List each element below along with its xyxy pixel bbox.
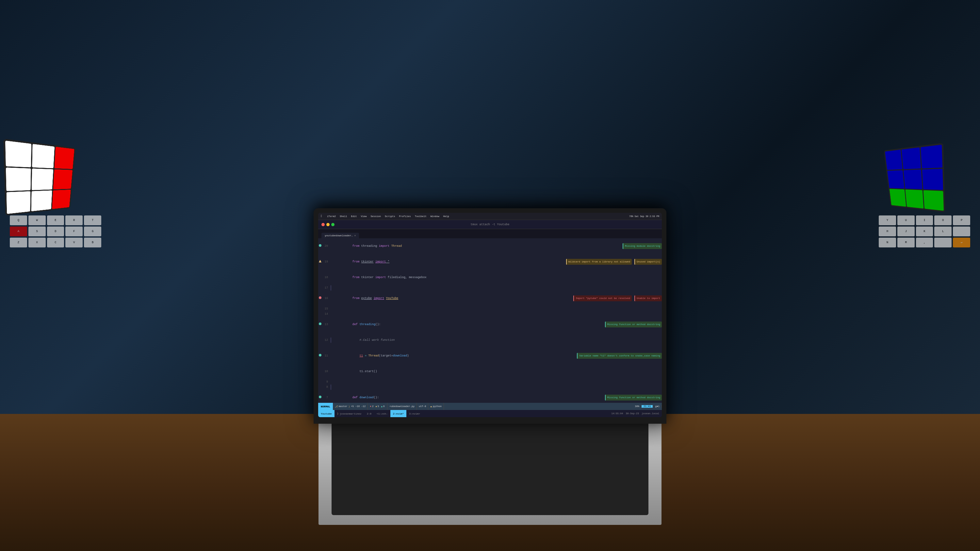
statusbar: NORMAL ⎇ master ⟩ +5 ~16 -12 ● 2 ▲ 5 ◆ 6… bbox=[318, 403, 662, 410]
warning-icon: ▲ bbox=[375, 405, 377, 408]
code-line-12: 12 #.Call work function bbox=[318, 332, 662, 348]
tmux-2-0-label: 2:0 bbox=[367, 412, 371, 415]
window-title: tmux attach -t Youtube bbox=[471, 223, 510, 226]
menu-help[interactable]: Help bbox=[442, 215, 450, 218]
status-cursor: 21:41 bbox=[641, 405, 653, 408]
code-line-18: 18 from tkinter import filedialog, messa… bbox=[318, 270, 662, 285]
code-line-11: 11 t1 = Thread(target=download) Variable… bbox=[318, 348, 662, 364]
tab-close-icon[interactable]: ✕ bbox=[354, 234, 356, 237]
maximize-button[interactable] bbox=[331, 223, 334, 226]
line-code: def download(): bbox=[330, 390, 602, 403]
tmux-tab-nvim-3[interactable]: 3:nvim> bbox=[406, 410, 423, 417]
close-button[interactable] bbox=[321, 223, 325, 226]
code-line-14: 14 bbox=[318, 311, 662, 317]
rubiks-cube-left: Q W E R T A S D F G Z X C V B bbox=[10, 147, 101, 310]
hint-badge-extra: Unused import(s) bbox=[635, 259, 662, 265]
line-number: 7 bbox=[318, 395, 330, 400]
tab-bar: youtubedownloader… ✕ bbox=[318, 229, 662, 238]
warning-count: 5 bbox=[378, 405, 379, 408]
menu-edit[interactable]: Edit bbox=[350, 215, 358, 218]
tmux-right-info: 14:55:04 30-Sep-23 josean.local bbox=[611, 412, 662, 415]
line-number: 18 bbox=[318, 275, 330, 280]
hint-icon: ◆ bbox=[381, 405, 382, 408]
git-branch: master bbox=[339, 405, 348, 408]
tmux-tab-nvim-active[interactable]: 2:nvim* bbox=[390, 410, 407, 417]
code-line-10: 10 t1.start() bbox=[318, 364, 662, 379]
hint-badge: Missing function or method docstring bbox=[605, 395, 662, 400]
line-number: 19 bbox=[318, 259, 330, 264]
tmux-date: 30-Sep-23 bbox=[625, 412, 639, 415]
error-count: 2 bbox=[372, 405, 374, 408]
line-number: 16 bbox=[318, 296, 330, 301]
line-code: t1 = Thread(target=download) bbox=[330, 348, 574, 364]
code-line-13: 13 def threading(): Missing function or … bbox=[318, 317, 662, 332]
cursor-pos: 21:41 bbox=[644, 405, 651, 408]
line-number: 8 bbox=[318, 384, 330, 390]
status-errors: ● 2 ▲ 5 ◆ 6 bbox=[368, 403, 387, 410]
tmux-tab-2-0[interactable]: 2:0 bbox=[364, 410, 374, 417]
tmux-tab-youtube[interactable]: Youtube bbox=[318, 410, 334, 417]
menubar-date: Sat Sep 30 bbox=[635, 215, 648, 218]
menu-scripts[interactable]: Scripts bbox=[384, 215, 396, 218]
code-line-19: 19 from tkinter import * Wildcard import… bbox=[318, 254, 662, 270]
line-code: #.Call work function bbox=[330, 332, 662, 348]
status-mode: NORMAL bbox=[318, 403, 333, 410]
tab-label: youtubedownloader… bbox=[325, 234, 353, 237]
menu-session[interactable]: Session bbox=[370, 215, 382, 218]
tmux-tab-josean[interactable]: ⟩ joseanmartinez bbox=[334, 410, 364, 417]
tmux-zsh-label: <1:zsh– bbox=[377, 412, 388, 415]
code-line-9: 9 bbox=[318, 379, 662, 384]
menu-profiles[interactable]: Profiles bbox=[398, 215, 412, 218]
line-number: 12 bbox=[318, 338, 330, 343]
code-line-15: 15 bbox=[318, 306, 662, 311]
code-content: 20 from threading import Thread Missing … bbox=[318, 238, 662, 403]
menu-view[interactable]: View bbox=[360, 215, 368, 218]
hint-count: 6 bbox=[383, 405, 385, 408]
tmux-josean-label: joseanmartinez bbox=[339, 412, 361, 415]
laptop-base bbox=[318, 414, 662, 525]
tab-youtubedownloader[interactable]: youtubedownloader… ✕ bbox=[321, 233, 359, 238]
encoding-text: utf-8 bbox=[419, 405, 426, 408]
laptop-screen:  iTerm2 Shell Edit View Session Scripts… bbox=[318, 213, 662, 417]
hint-badge: Import "pytube" could not be resolved bbox=[573, 295, 632, 301]
line-code: t1.start() bbox=[330, 364, 662, 379]
percent-text: 38% bbox=[635, 405, 639, 408]
git-arrow: ⟩ bbox=[348, 405, 350, 408]
menubar:  iTerm2 Shell Edit View Session Scripts… bbox=[318, 213, 662, 220]
menubar-battery: 76% bbox=[629, 215, 633, 218]
lang-icon: ◆ bbox=[430, 405, 432, 408]
status-filename: <ubedownloader.py bbox=[387, 403, 417, 410]
code-line-8: 8 bbox=[318, 384, 662, 390]
menu-toolbelt[interactable]: Toolbelt bbox=[414, 215, 428, 218]
line-number: 17 bbox=[318, 285, 330, 291]
git-icon: ⎇ bbox=[335, 405, 338, 408]
traffic-lights bbox=[321, 223, 334, 226]
apple-icon:  bbox=[321, 214, 323, 218]
hint-badge: Missing module docstring bbox=[623, 243, 662, 249]
line-number: 11 bbox=[318, 353, 330, 359]
line-code: from tkinter import filedialog, messageb… bbox=[330, 270, 662, 285]
code-line-20: 20 from threading import Thread Missing … bbox=[318, 238, 662, 254]
extra-text: g●l bbox=[655, 405, 660, 408]
code-line-7: 7 def download(): Missing function or me… bbox=[318, 390, 662, 403]
tmux-nvim-label: 2:nvim* bbox=[393, 412, 404, 415]
language-text: python bbox=[433, 405, 442, 408]
tmux-arrow: ⟩ bbox=[337, 412, 339, 415]
menu-iterm2[interactable]: iTerm2 bbox=[326, 215, 337, 218]
tmux-time: 14:55:04 bbox=[611, 412, 623, 415]
menu-shell[interactable]: Shell bbox=[339, 215, 348, 218]
line-number: 14 bbox=[318, 311, 330, 317]
rubiks-cube-right: Y U I O P H J K L N M , ↵ bbox=[879, 147, 970, 310]
line-number: 20 bbox=[318, 243, 330, 249]
line-number: 15 bbox=[318, 306, 330, 311]
minimize-button[interactable] bbox=[326, 223, 329, 226]
error-icon: ● bbox=[370, 405, 371, 408]
menubar-time: 2:55 PM bbox=[650, 215, 659, 218]
menu-window[interactable]: Window bbox=[430, 215, 440, 218]
hint-badge: Missing function or method docstring bbox=[605, 322, 662, 327]
line-code: def threading(): bbox=[330, 317, 602, 332]
tmux-tab-zsh[interactable]: <1:zsh– bbox=[374, 410, 390, 417]
tmux-nvim3-label: 3:nvim> bbox=[409, 412, 420, 415]
line-code: from tkinter import * bbox=[330, 254, 563, 270]
hint-badge: Wildcard import from a library not allow… bbox=[566, 259, 632, 265]
